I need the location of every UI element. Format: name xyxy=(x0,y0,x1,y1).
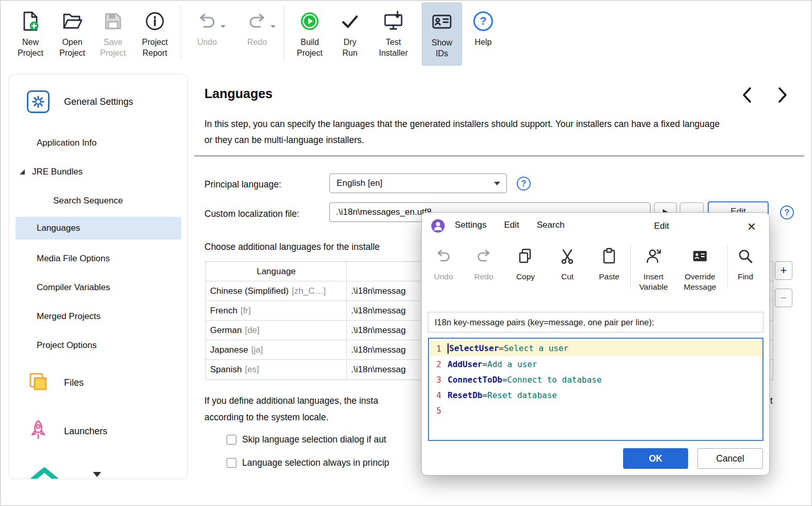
nav-previous-button[interactable] xyxy=(740,86,755,106)
open-folder-icon xyxy=(61,8,83,35)
save-icon xyxy=(102,8,124,35)
menu-edit[interactable]: Edit xyxy=(501,218,522,232)
sidebar-item-media-file-options[interactable]: Media File Options xyxy=(9,250,187,267)
sidebar-item-files[interactable]: Files xyxy=(9,370,187,396)
chevron-down-icon xyxy=(494,182,500,188)
dialog-title: Edit xyxy=(654,213,669,240)
footnote-line1-fragment: t xyxy=(770,393,773,409)
tree-expanded-icon[interactable] xyxy=(20,169,25,175)
editor-line[interactable]: 2 AddUser=Add a user xyxy=(429,356,762,372)
sidebar-label: General Settings xyxy=(64,97,133,107)
sidebar-item-languages[interactable]: Languages xyxy=(15,217,181,240)
next-item-partial-icon xyxy=(29,465,60,479)
redo-icon xyxy=(475,245,492,267)
editor-line[interactable]: 5 xyxy=(429,403,762,418)
open-project-button[interactable]: OpenProject xyxy=(52,3,92,65)
dialog-menu-bar: Settings Edit Search xyxy=(452,218,568,232)
dialog-copy-button[interactable]: Copy xyxy=(508,245,543,282)
sidebar-item-application-info[interactable]: Application Info xyxy=(9,134,187,152)
undo-icon xyxy=(435,245,452,267)
close-icon[interactable]: × xyxy=(742,217,761,236)
sidebar: General Settings Application Info JRE Bu… xyxy=(9,74,188,479)
new-project-button[interactable]: NewProject xyxy=(10,3,51,65)
files-icon xyxy=(27,370,50,396)
editor-line[interactable]: 1 SelectUser=Select a user xyxy=(429,341,762,356)
sidebar-item-search-sequence[interactable]: Search Sequence xyxy=(9,192,187,210)
principal-language-help-icon[interactable]: ? xyxy=(517,177,531,191)
checkmark-icon xyxy=(339,8,361,35)
dialog-redo-button: Redo xyxy=(467,245,500,282)
override-message-button[interactable]: OverrideMessage xyxy=(678,245,722,292)
scissors-icon xyxy=(559,245,576,267)
ok-button[interactable]: OK xyxy=(623,448,688,469)
person-variable-icon xyxy=(645,245,662,267)
sidebar-item-jre-bundles[interactable]: JRE Bundles xyxy=(9,163,187,181)
checkbox-label: Language selection always in princip xyxy=(242,457,389,468)
section-divider xyxy=(194,155,804,156)
i18n-pairs-label: I18n key-message pairs (key=message, one… xyxy=(428,312,763,333)
edit-dialog: Settings Edit Search Edit × Undo xyxy=(421,212,770,476)
toolbar-separator xyxy=(181,6,181,60)
menu-search[interactable]: Search xyxy=(534,218,568,232)
page-description: In this step, you can specify the langua… xyxy=(204,116,721,148)
dialog-cut-button[interactable]: Cut xyxy=(552,245,583,282)
dialog-find-button[interactable]: Find xyxy=(729,245,761,282)
save-project-button: SaveProject xyxy=(93,3,133,65)
principal-language-select[interactable]: English [en] xyxy=(329,173,507,193)
dialog-paste-button[interactable]: Paste xyxy=(592,245,626,282)
i18n-pairs-editor[interactable]: 1 SelectUser=Select a user 2 AddUser=Add… xyxy=(428,338,763,441)
show-ids-button[interactable]: ShowIDs xyxy=(422,3,462,66)
undo-icon xyxy=(196,8,218,35)
sidebar-item-compiler-variables[interactable]: Compiler Variables xyxy=(9,279,187,296)
undo-button: Undo xyxy=(185,3,229,65)
rocket-icon xyxy=(27,419,50,444)
sidebar-scroll-down-icon[interactable] xyxy=(93,472,101,477)
language-selection-principal-checkbox-row: Language selection always in princip xyxy=(227,457,389,468)
remove-language-button: − xyxy=(775,289,792,307)
footnote-line2: according to the system locale. xyxy=(204,409,328,425)
principal-language-label: Principal language: xyxy=(204,177,281,193)
info-circle-icon xyxy=(144,8,166,35)
dialog-title-bar[interactable]: Settings Edit Search Edit × xyxy=(422,213,770,240)
undo-dropdown-caret-icon[interactable] xyxy=(220,25,226,30)
test-installer-button[interactable]: TestInstaller xyxy=(370,3,417,65)
new-project-icon xyxy=(20,8,41,35)
sidebar-item-merged-projects[interactable]: Merged Projects xyxy=(9,308,187,325)
copy-icon xyxy=(517,245,534,267)
skip-language-dialog-checkbox[interactable] xyxy=(227,435,236,445)
sidebar-item-general-settings[interactable]: General Settings xyxy=(9,89,187,115)
text-cursor xyxy=(448,343,449,354)
redo-dropdown-caret-icon[interactable] xyxy=(270,25,276,30)
redo-icon xyxy=(246,8,268,35)
application-window: NewProject OpenProject SaveProject xyxy=(0,0,812,506)
menu-settings[interactable]: Settings xyxy=(452,218,489,232)
toolbar-separator xyxy=(284,6,284,60)
build-project-button[interactable]: BuildProject xyxy=(290,3,330,65)
footnote-line1: If you define additional languages, the … xyxy=(204,393,378,409)
project-report-button[interactable]: ProjectReport xyxy=(134,3,176,65)
clipboard-icon xyxy=(600,245,618,267)
search-icon xyxy=(737,245,754,267)
nav-next-button[interactable] xyxy=(775,86,789,106)
dialog-app-icon xyxy=(431,219,445,235)
dialog-undo-button: Undo xyxy=(427,245,460,282)
toolbar-separator xyxy=(630,244,631,289)
help-button[interactable]: ? Help xyxy=(464,3,502,65)
custom-localization-help-icon[interactable]: ? xyxy=(780,205,794,219)
insert-variable-button[interactable]: InsertVariable xyxy=(633,245,674,292)
dialog-toolbar: Undo Redo Copy xyxy=(422,240,770,307)
language-selection-principal-checkbox[interactable] xyxy=(227,458,236,468)
sidebar-item-project-options[interactable]: Project Options xyxy=(9,337,187,354)
sidebar-item-launchers[interactable]: Launchers xyxy=(9,418,187,444)
gear-icon xyxy=(27,90,50,113)
monitor-download-icon xyxy=(383,8,404,35)
choose-languages-text: Choose additional languages for the inst… xyxy=(204,239,380,255)
toolbar-separator xyxy=(727,244,728,289)
add-language-button[interactable]: + xyxy=(775,261,792,280)
cancel-button[interactable]: Cancel xyxy=(697,448,763,469)
editor-line[interactable]: 4 ResetDb=Reset database xyxy=(429,387,762,403)
main-toolbar: NewProject OpenProject SaveProject xyxy=(1,1,812,68)
help-icon: ? xyxy=(473,8,493,35)
dry-run-button[interactable]: DryRun xyxy=(331,3,369,65)
editor-line[interactable]: 3 ConnectToDb=Connect to database xyxy=(429,372,762,387)
